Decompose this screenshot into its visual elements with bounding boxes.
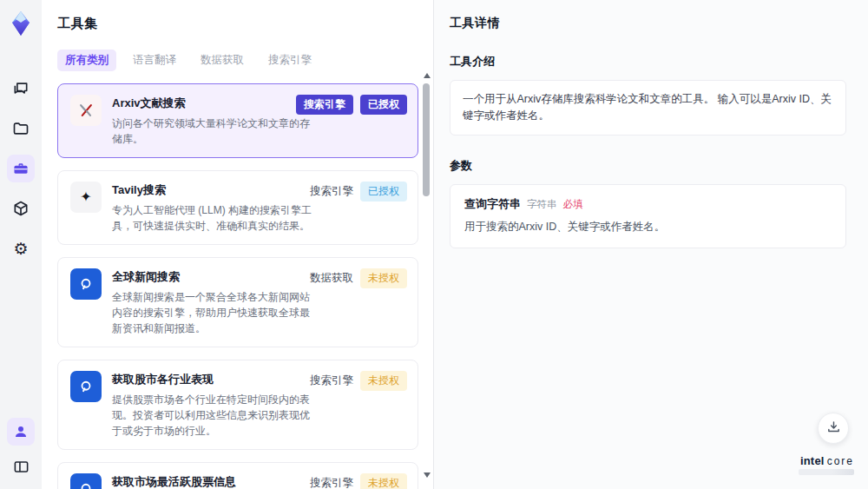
cube-icon [12,200,30,217]
user-icon [13,424,29,439]
gear-icon: ⚙ [13,241,28,257]
auth-status-badge: 已授权 [360,182,407,202]
toolbox-icon [12,160,30,177]
tool-card-tavily[interactable]: ✦ Tavily搜索 专为人工智能代理 (LLM) 构建的搜索引擎工具，可快速提… [57,170,418,245]
scroll-down-arrow-icon[interactable] [424,472,431,478]
api-provider-icon [70,473,102,489]
parameter-card: 查询字符串 字符串 必填 用于搜索的Arxiv ID、关键字或作者姓名。 [450,184,846,248]
category-label: 数据获取 [310,271,353,286]
tool-name: 全球新闻搜索 [112,269,312,285]
folder-icon [12,120,30,137]
panel-toggle-icon [13,459,30,475]
api-provider-icon [70,371,102,402]
app-window: ⚙ 工 [0,0,868,489]
tool-name: Arxiv文献搜索 [112,96,312,111]
tool-description: 提供股票市场各个行业在特定时间段内的表现。投资者可以利用这些信息来识别表现优于或… [112,392,312,439]
api-provider-icon [70,268,102,300]
tools-panel: 工具集 所有类别 语言翻译 数据获取 搜索引擎 Arxiv文献搜索 访问 [42,0,434,489]
tool-list: Arxiv文献搜索 访问各个研究领域大量科学论文和文章的存储库。 搜索引擎 已授… [57,83,418,489]
core-brand-text: core [827,456,854,466]
sidebar: ⚙ [0,0,42,489]
collapse-panel-button[interactable] [7,453,35,480]
download-icon [826,420,841,437]
download-button[interactable] [818,413,849,444]
tool-card-arxiv[interactable]: Arxiv文献搜索 访问各个研究领域大量科学论文和文章的存储库。 搜索引擎 已授… [57,83,418,158]
tool-name: 获取市场最活跃股票信息 [112,474,312,489]
tab-all-categories[interactable]: 所有类别 [57,50,116,71]
category-label: 搜索引擎 [310,184,353,199]
sidebar-item-models[interactable] [7,195,35,222]
tool-intro-text: 一个用于从Arxiv存储库搜索科学论文和文章的工具。 输入可以是Arxiv ID… [450,80,846,135]
category-badge: 搜索引擎 [296,95,353,115]
intro-heading: 工具介绍 [450,54,851,69]
tab-data-fetch[interactable]: 数据获取 [193,50,252,71]
tool-description: 全球新闻搜索是一个聚合全球各大新闻网站内容的搜索引擎，帮助用户快速获取全球最新资… [112,289,312,336]
intel-brand-text: intel [800,455,825,466]
param-description: 用于搜索的Arxiv ID、关键字或作者姓名。 [464,220,832,235]
sidebar-item-files[interactable] [7,115,35,142]
param-type: 字符串 [527,198,557,211]
sidebar-item-account[interactable] [7,418,35,446]
tavily-logo-icon: ✦ [70,182,102,213]
auth-status-badge: 未授权 [360,473,407,489]
tool-card-active-stocks[interactable]: 获取市场最活跃股票信息 提供当天交易量最高的股票列表。投资者可以利用这些信息来识… [57,462,418,489]
tool-description: 访问各个研究领域大量科学论文和文章的存储库。 [112,116,312,147]
tab-translation[interactable]: 语言翻译 [125,50,184,71]
params-heading: 参数 [450,158,851,174]
category-label: 搜索引擎 [310,476,353,489]
details-panel: 工具详情 工具介绍 一个用于从Arxiv存储库搜索科学论文和文章的工具。 输入可… [434,0,868,489]
sidebar-item-chat[interactable] [7,75,35,102]
tool-name: 获取股市各行业表现 [112,372,312,387]
tool-card-stock-sectors[interactable]: 获取股市各行业表现 提供股票市场各个行业在特定时间段内的表现。投资者可以利用这些… [57,360,418,450]
intel-sub-badge [799,469,854,475]
auth-status-badge: 未授权 [360,371,407,391]
scrollbar-thumb[interactable] [423,83,430,196]
page-title: 工具集 [57,16,433,32]
param-required-flag: 必填 [563,198,583,211]
auth-status-badge: 已授权 [360,95,407,115]
scroll-up-arrow-icon[interactable] [424,73,431,78]
category-tabs: 所有类别 语言翻译 数据获取 搜索引擎 [57,50,433,71]
param-name: 查询字符串 [464,196,521,212]
category-label: 搜索引擎 [310,373,353,388]
auth-status-badge: 未授权 [360,268,407,288]
tool-card-global-news[interactable]: 全球新闻搜索 全球新闻搜索是一个聚合全球各大新闻网站内容的搜索引擎，帮助用户快速… [57,257,418,347]
sidebar-item-toolbox[interactable] [7,155,35,182]
tool-name: Tavily搜索 [112,182,312,198]
list-scrollbar[interactable] [422,73,431,478]
chat-icon [12,80,30,97]
arxiv-logo-icon [70,95,102,126]
tool-description: 专为人工智能代理 (LLM) 构建的搜索引擎工具，可快速提供实时、准确和真实的结… [112,202,312,234]
sidebar-item-settings[interactable]: ⚙ [7,235,35,262]
tab-search-engine[interactable]: 搜索引擎 [260,50,319,71]
details-title: 工具详情 [450,16,851,31]
app-logo-icon [6,9,36,38]
intel-core-logo: intel core [799,455,854,475]
